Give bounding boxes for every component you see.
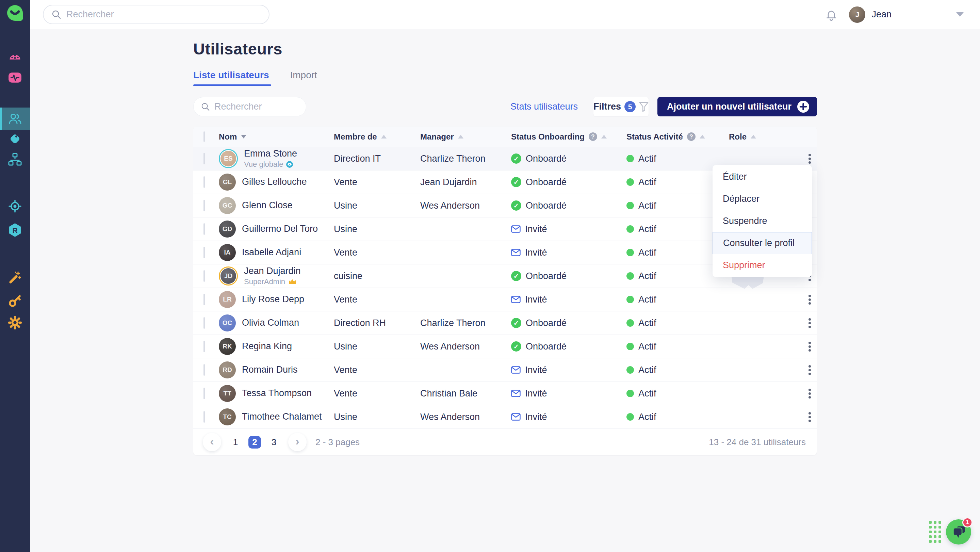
- row-actions-kebab-icon[interactable]: [803, 412, 817, 422]
- filters-button[interactable]: Filtres 5: [593, 97, 649, 116]
- sort-caret-icon[interactable]: [751, 135, 756, 138]
- row-checkbox[interactable]: [204, 364, 205, 376]
- pagination: ‹ 123 › 2 - 3 pages 13 - 24 de 31 utilis…: [193, 429, 817, 455]
- sort-caret-icon[interactable]: [381, 135, 387, 138]
- context-menu-item-déplacer[interactable]: Déplacer: [713, 188, 812, 210]
- table-search-input[interactable]: [215, 102, 298, 112]
- avatar: GD: [219, 221, 236, 237]
- membre-de-cell: Usine: [334, 200, 420, 211]
- table-row[interactable]: OCOlivia ColmanDirection RHCharlize Ther…: [193, 312, 817, 335]
- row-checkbox[interactable]: [204, 340, 205, 352]
- sidebar-item-permissions[interactable]: [0, 291, 30, 311]
- sidebar-item-reviews[interactable]: R: [0, 220, 30, 240]
- active-dot-icon: [627, 249, 634, 256]
- select-all-checkbox[interactable]: [204, 131, 205, 142]
- page-number-2[interactable]: 2: [248, 436, 261, 449]
- row-checkbox[interactable]: [204, 270, 205, 282]
- app-logo[interactable]: [0, 3, 30, 23]
- add-user-button[interactable]: Ajouter un nouvel utilisateur: [657, 97, 817, 116]
- user-name-cell: IAIsabelle Adjani: [219, 244, 334, 261]
- avatar: JD: [219, 266, 238, 286]
- role-cell: [729, 382, 803, 405]
- row-actions-kebab-icon[interactable]: [803, 154, 817, 164]
- global-search[interactable]: [43, 5, 269, 24]
- manager-cell: Christian Bale: [420, 388, 511, 399]
- row-checkbox[interactable]: [204, 294, 205, 305]
- sidebar-item-assistant[interactable]: [0, 47, 30, 67]
- row-checkbox[interactable]: [204, 388, 205, 399]
- row-checkbox[interactable]: [204, 247, 205, 258]
- column-header-status-activité[interactable]: Status Activité?: [627, 132, 729, 142]
- activity-status-cell: Actif: [627, 318, 729, 328]
- envelope-icon: [511, 390, 520, 397]
- sidebar-item-magic[interactable]: [0, 267, 30, 287]
- column-header-manager[interactable]: Manager: [420, 132, 511, 142]
- user-avatar[interactable]: J: [849, 6, 865, 23]
- global-search-input[interactable]: [66, 9, 240, 20]
- sidebar-item-activity[interactable]: [0, 67, 30, 88]
- page-number-1[interactable]: 1: [229, 437, 242, 447]
- avatar-initials: RK: [219, 338, 236, 355]
- table-row[interactable]: TTTessa ThompsonVenteChristian BaleInvit…: [193, 382, 817, 405]
- help-icon[interactable]: ?: [589, 132, 597, 141]
- table-row[interactable]: LRLily Rose DeppVenteInvitéActif: [193, 288, 817, 312]
- activity-status-cell: Actif: [627, 388, 729, 399]
- row-checkbox[interactable]: [204, 411, 205, 423]
- column-header-nom[interactable]: Nom: [219, 132, 334, 142]
- help-icon[interactable]: ?: [687, 132, 695, 141]
- row-actions-kebab-icon[interactable]: [803, 295, 817, 305]
- column-header-status-onboarding[interactable]: Status Onboarding?: [511, 132, 627, 142]
- sidebar-item-users[interactable]: [0, 108, 30, 130]
- active-dot-icon: [627, 296, 634, 303]
- activity-status-label: Actif: [638, 294, 656, 305]
- avatar: LR: [219, 291, 236, 308]
- tab-import[interactable]: Import: [290, 70, 317, 86]
- table-search[interactable]: [193, 97, 306, 116]
- notifications-bell-icon[interactable]: [825, 8, 837, 21]
- sort-caret-icon[interactable]: [241, 135, 247, 138]
- context-menu-item-consulter-le-profil[interactable]: Consulter le profil: [713, 232, 812, 254]
- onboarding-status-label: Onboardé: [526, 200, 566, 211]
- row-actions-kebab-icon[interactable]: [803, 318, 817, 328]
- column-header-membre-de[interactable]: Membre de: [334, 132, 420, 142]
- sort-caret-icon[interactable]: [458, 135, 463, 138]
- row-actions-kebab-icon[interactable]: [803, 365, 817, 375]
- table-row[interactable]: TCTimothee ChalametUsineWes AndersonInvi…: [193, 405, 817, 429]
- row-checkbox[interactable]: [204, 153, 205, 164]
- user-name-block: Tessa Thompson: [242, 388, 312, 399]
- user-name-block: Isabelle Adjani: [242, 247, 301, 258]
- tab-liste-utilisateurs[interactable]: Liste utilisateurs: [193, 70, 269, 86]
- row-checkbox[interactable]: [204, 176, 205, 188]
- activity-status-label: Actif: [638, 318, 656, 328]
- sort-caret-icon[interactable]: [700, 135, 705, 138]
- next-page-button[interactable]: ›: [288, 433, 307, 451]
- sort-caret-icon[interactable]: [601, 135, 607, 138]
- table-row[interactable]: RKRegina KingUsineWes Anderson✓OnboardéA…: [193, 335, 817, 358]
- header-select-all-cell: [193, 132, 219, 142]
- context-menu-item-éditer[interactable]: Éditer: [713, 166, 812, 188]
- row-checkbox[interactable]: [204, 223, 205, 235]
- context-menu-item-supprimer[interactable]: Supprimer: [713, 254, 812, 276]
- chat-launcher-button[interactable]: 1: [946, 519, 971, 544]
- row-checkbox[interactable]: [204, 200, 205, 212]
- sidebar-item-org-chart[interactable]: [0, 149, 30, 169]
- column-header-role[interactable]: Role: [729, 132, 803, 142]
- widget-drag-handle[interactable]: [929, 521, 941, 543]
- sidebar-item-objectives[interactable]: [0, 196, 30, 216]
- context-menu-item-suspendre[interactable]: Suspendre: [713, 210, 812, 232]
- funnel-icon: [639, 102, 649, 112]
- row-checkbox[interactable]: [204, 317, 205, 329]
- user-menu-caret-icon[interactable]: [956, 12, 964, 17]
- sidebar-item-tags[interactable]: [0, 129, 30, 149]
- row-actions-kebab-icon[interactable]: [803, 342, 817, 352]
- table-row[interactable]: RDRomain DurisVenteInvitéActif: [193, 358, 817, 382]
- stats-users-link[interactable]: Stats utilisateurs: [511, 102, 578, 112]
- activity-status-cell: Actif: [627, 341, 729, 352]
- prev-page-button[interactable]: ‹: [203, 433, 221, 451]
- avatar-initials: GC: [219, 197, 236, 214]
- row-select-cell: [193, 177, 219, 188]
- user-name: Tessa Thompson: [242, 388, 312, 399]
- sidebar-item-settings[interactable]: [0, 312, 30, 333]
- row-actions-kebab-icon[interactable]: [803, 389, 817, 399]
- page-number-3[interactable]: 3: [267, 437, 281, 447]
